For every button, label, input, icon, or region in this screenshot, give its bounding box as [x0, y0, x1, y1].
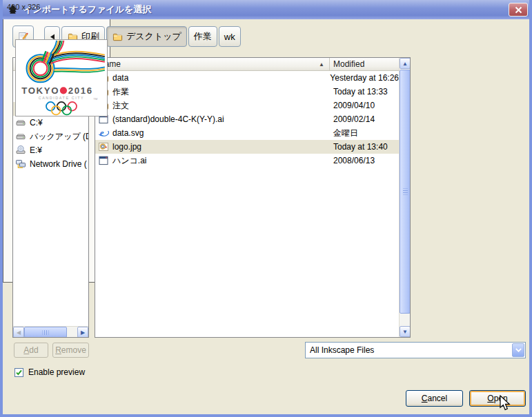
file-row-standard-double[interactable]: (standard)double-4C-K(Y-Y).ai 2009/02/14 — [95, 112, 399, 126]
file-modified: 金曜日 — [329, 128, 399, 139]
logo-title: TOKYO — [21, 85, 59, 96]
modified-column-label: Modified — [333, 59, 364, 69]
path-crumb-wk[interactable]: wk — [219, 26, 241, 47]
path-crumb-desktop[interactable]: デスクトップ — [106, 26, 187, 47]
file-modified: 2008/06/13 — [329, 156, 399, 165]
remove-button[interactable]: Remove — [52, 343, 89, 358]
file-row-sagyou[interactable]: 作業 Today at 13:33 — [95, 85, 399, 99]
drive-icon — [15, 131, 26, 142]
scroll-up-icon[interactable]: ▲ — [400, 58, 411, 69]
titlebar[interactable]: インポートするファイルを選択 — [0, 0, 532, 19]
place-label: E:¥ — [30, 145, 42, 155]
scroll-down-icon[interactable]: ▼ — [400, 326, 411, 337]
chevron-glyph — [515, 348, 522, 352]
place-item-e-drive[interactable]: E:¥ — [13, 143, 88, 157]
enable-preview-row: Enable preview — [14, 367, 85, 377]
cdrom-icon — [15, 145, 26, 156]
column-header-modified[interactable]: Modified — [329, 58, 399, 71]
chevron-down-icon[interactable] — [512, 343, 524, 357]
file-name: logo.jpg — [112, 142, 141, 152]
sort-ascending-icon: ▲ — [319, 61, 324, 68]
file-name: 注文 — [112, 100, 129, 112]
drive-icon — [15, 117, 26, 128]
logo-subtitle: CANDIDATE CITY — [39, 96, 85, 100]
file-rows: data Yesterday at 16:26 作業 Today at 13:3… — [95, 71, 399, 337]
file-row-logo-jpg[interactable]: logo.jpg Today at 13:40 — [95, 140, 399, 154]
enable-preview-checkbox[interactable] — [14, 368, 23, 377]
window-title: インポートするファイルを選択 — [23, 3, 509, 16]
file-modified: Today at 13:40 — [329, 142, 399, 152]
file-list-header: Name ▲ Modified — [95, 58, 399, 71]
tokyo-2016-logo: TOKYO 2016 CANDIDATE CITY TM — [16, 40, 107, 116]
close-icon[interactable] — [509, 3, 528, 17]
add-button[interactable]: Add — [14, 343, 48, 358]
olympic-rings — [46, 102, 77, 114]
scroll-left-icon[interactable]: ◀ — [13, 327, 24, 338]
crumb-label: 作業 — [194, 30, 212, 43]
places-horizontal-scrollbar[interactable]: ◀ ▶ — [13, 326, 88, 337]
cancel-button-label: Cancel — [406, 391, 462, 406]
column-header-name[interactable]: Name ▲ — [95, 58, 329, 71]
file-modified: 2009/02/14 — [329, 114, 399, 124]
logo-red-sun — [60, 87, 67, 94]
file-row-data-svg[interactable]: data.svg 金曜日 — [95, 126, 399, 140]
svg-file-icon — [98, 128, 109, 139]
file-modified: Today at 13:33 — [329, 87, 399, 96]
path-crumb-sagyou[interactable]: 作業 — [188, 26, 217, 47]
place-label: Network Drive ( — [30, 159, 87, 169]
place-label: バックアップ (D:¥) — [30, 131, 89, 143]
logo-trademark: TM — [93, 97, 98, 101]
folder-icon — [112, 32, 124, 42]
place-item-c-drive[interactable]: C:¥ — [13, 116, 88, 130]
file-modified: 2009/04/10 — [329, 101, 399, 110]
add-button-label: Add — [14, 343, 48, 357]
place-item-network-drive[interactable]: Network Drive ( — [13, 157, 88, 171]
enable-preview-label: Enable preview — [28, 367, 85, 377]
file-name: data — [112, 73, 128, 83]
network-icon — [15, 159, 26, 170]
file-name: ハンコ.ai — [112, 155, 147, 167]
file-type-filter-dropdown[interactable]: All Inkscape Files — [305, 342, 526, 358]
scrollbar-track[interactable] — [67, 327, 77, 337]
mouse-cursor — [497, 395, 513, 411]
file-modified: Yesterday at 16:26 — [326, 73, 399, 83]
file-name: (standard)double-4C-K(Y-Y).ai — [112, 114, 224, 124]
file-row-hanko-ai[interactable]: ハンコ.ai 2008/06/13 — [95, 154, 399, 167]
file-row-chuumon[interactable]: 注文 2009/04/10 — [95, 99, 399, 112]
crumb-label: wk — [224, 32, 235, 42]
preview-size-label: 400 x 326 — [7, 3, 40, 11]
file-list-vertical-scrollbar[interactable]: ▲ ▼ — [399, 58, 410, 337]
crumb-label: デスクトップ — [126, 30, 181, 43]
close-x-glyph — [515, 6, 522, 14]
file-row-data[interactable]: data Yesterday at 16:26 — [95, 71, 399, 85]
filter-selected-value: All Inkscape Files — [306, 345, 511, 355]
scrollbar-thumb[interactable] — [24, 327, 67, 338]
logo-year: 2016 — [68, 85, 93, 96]
place-label: C:¥ — [30, 118, 43, 128]
scroll-right-icon[interactable]: ▶ — [77, 327, 88, 338]
file-list-panel: Name ▲ Modified data Yesterday at 16:26 … — [95, 57, 411, 338]
document-icon — [98, 155, 109, 166]
import-file-dialog: インポートするファイルを選択 印刷 デスクトップ 作業 wk — [0, 0, 532, 417]
remove-button-label: Remove — [53, 343, 88, 357]
image-file-icon — [98, 141, 109, 152]
cancel-button[interactable]: Cancel — [406, 390, 463, 407]
checkmark-icon — [15, 369, 23, 376]
name-column-label: Name — [99, 59, 319, 69]
file-name: 作業 — [112, 86, 129, 98]
preview-image: TOKYO 2016 CANDIDATE CITY TM — [15, 39, 108, 116]
place-item-backup-d-drive[interactable]: バックアップ (D:¥) — [13, 130, 88, 143]
file-name: data.svg — [112, 128, 144, 138]
scrollbar-thumb[interactable] — [400, 70, 411, 314]
